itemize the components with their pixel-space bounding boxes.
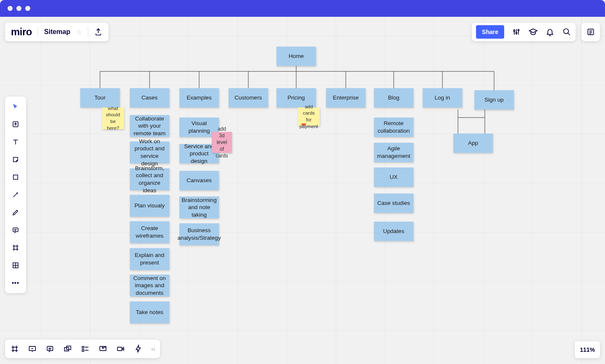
canvas[interactable]: HomeTourCasesExamplesCustomersPricingEnt… bbox=[0, 17, 605, 364]
sitemap-level1-card[interactable]: Cases bbox=[130, 88, 169, 107]
pen-tool[interactable] bbox=[8, 207, 23, 218]
svg-rect-50 bbox=[82, 346, 84, 348]
share-button[interactable]: Share bbox=[476, 25, 504, 39]
chat-icon[interactable] bbox=[45, 344, 55, 354]
sitemap-level1-card[interactable]: Blog bbox=[374, 88, 413, 107]
cards-icon[interactable] bbox=[63, 344, 72, 354]
zoom-value: 111% bbox=[580, 346, 595, 353]
svg-point-17 bbox=[513, 30, 515, 31]
sitemap-child-card[interactable]: Create wireframes bbox=[130, 221, 169, 243]
sitemap-child-card[interactable]: Agile management bbox=[374, 143, 413, 162]
zoom-level[interactable]: 111% bbox=[575, 341, 600, 358]
export-icon[interactable] bbox=[94, 28, 103, 36]
logo[interactable]: miro bbox=[11, 26, 32, 38]
svg-point-20 bbox=[564, 29, 569, 34]
collapse-icon[interactable]: ‹‹ bbox=[151, 346, 155, 352]
sitemap-child-card[interactable]: Updates bbox=[374, 222, 413, 241]
sticky-tool[interactable] bbox=[8, 154, 23, 165]
shape-tool[interactable] bbox=[8, 171, 23, 183]
sitemap-child-card[interactable]: Comment on images and documents bbox=[130, 275, 169, 296]
frame-tool[interactable] bbox=[8, 242, 23, 254]
learn-icon[interactable] bbox=[529, 27, 538, 37]
line-tool[interactable] bbox=[8, 189, 23, 201]
sitemap-child-card[interactable]: Business analysis/Strategy bbox=[179, 223, 219, 245]
more-tools[interactable]: ••• bbox=[8, 277, 23, 289]
app-frame: HomeTourCasesExamplesCustomersPricingEnt… bbox=[0, 17, 605, 364]
text-tool[interactable] bbox=[8, 136, 23, 148]
sitemap-child-card[interactable]: Plan visualy bbox=[130, 195, 169, 217]
svg-rect-51 bbox=[82, 350, 84, 351]
sitemap-level1-card[interactable]: Enterprise bbox=[326, 88, 366, 107]
sitemap-child-card[interactable]: Work on product and service design bbox=[130, 141, 169, 163]
svg-rect-45 bbox=[47, 346, 53, 351]
sitemap-child-card[interactable]: Brainstorming and note taking bbox=[179, 196, 219, 218]
left-toolbar: ••• bbox=[5, 97, 26, 293]
sitemap-child-card[interactable]: Take notes bbox=[130, 301, 169, 323]
sitemap-level1-card[interactable]: Log in bbox=[423, 88, 462, 107]
sticky-note[interactable]: add 3d level of cards bbox=[212, 132, 232, 153]
header-card: miro Sitemap ☆ bbox=[5, 23, 108, 41]
sitemap-child-card[interactable]: Explain and present bbox=[130, 248, 169, 270]
sitemap-level1-card[interactable]: Examples bbox=[179, 88, 219, 107]
browser-chrome bbox=[0, 0, 605, 17]
sitemap-root[interactable]: Home bbox=[276, 47, 316, 66]
sitemap-child-card[interactable]: Brainstorm, collect and organize ideas bbox=[130, 168, 169, 190]
sticky-note[interactable]: add cards for payment bbox=[298, 107, 320, 126]
window-dot[interactable] bbox=[8, 6, 13, 11]
connector-lines bbox=[0, 17, 605, 364]
settings-icon[interactable] bbox=[512, 27, 521, 37]
video-icon[interactable] bbox=[116, 344, 125, 354]
present-icon[interactable] bbox=[28, 344, 37, 354]
sticky-marker bbox=[302, 123, 306, 126]
select-tool[interactable] bbox=[8, 101, 23, 113]
sitemap-child-card[interactable]: Canvases bbox=[179, 171, 219, 190]
separator bbox=[88, 27, 88, 37]
svg-point-19 bbox=[518, 29, 519, 31]
panel-toggle-icon[interactable] bbox=[581, 23, 600, 41]
svg-rect-27 bbox=[13, 175, 18, 180]
sticky-note[interactable]: what should be here? bbox=[102, 107, 124, 129]
bottom-left-toolbar: ‹‹ bbox=[5, 340, 160, 358]
comment-tool[interactable] bbox=[8, 224, 23, 236]
sitemap-level1-card[interactable]: Sign up bbox=[474, 90, 514, 110]
board-name[interactable]: Sitemap bbox=[44, 28, 70, 36]
top-right-toolbar: Share bbox=[472, 23, 576, 41]
templates-tool[interactable] bbox=[8, 118, 23, 130]
sitemap-child-card[interactable]: App bbox=[453, 134, 493, 153]
activity-icon[interactable] bbox=[134, 344, 143, 354]
screenshare-icon[interactable] bbox=[98, 344, 108, 354]
sitemap-child-card[interactable]: Remote collaboration bbox=[374, 118, 413, 137]
table-tool[interactable] bbox=[8, 259, 23, 271]
window-dot[interactable] bbox=[25, 6, 30, 11]
search-icon[interactable] bbox=[562, 27, 571, 37]
svg-point-18 bbox=[516, 32, 517, 34]
sitemap-child-card[interactable]: Collaborate with your remote team bbox=[130, 115, 169, 137]
svg-rect-55 bbox=[118, 347, 122, 351]
star-icon[interactable]: ☆ bbox=[76, 28, 82, 36]
separator bbox=[38, 27, 38, 37]
sitemap-level1-card[interactable]: Tour bbox=[80, 88, 120, 107]
sitemap-child-card[interactable]: UX bbox=[374, 168, 413, 187]
sitemap-level1-card[interactable]: Customers bbox=[229, 88, 268, 107]
bell-icon[interactable] bbox=[545, 27, 555, 37]
window-dot[interactable] bbox=[16, 6, 21, 11]
frames-icon[interactable] bbox=[10, 344, 19, 354]
svg-line-21 bbox=[568, 33, 570, 35]
voting-icon[interactable] bbox=[81, 344, 90, 354]
sitemap-child-card[interactable]: Case studies bbox=[374, 194, 413, 213]
